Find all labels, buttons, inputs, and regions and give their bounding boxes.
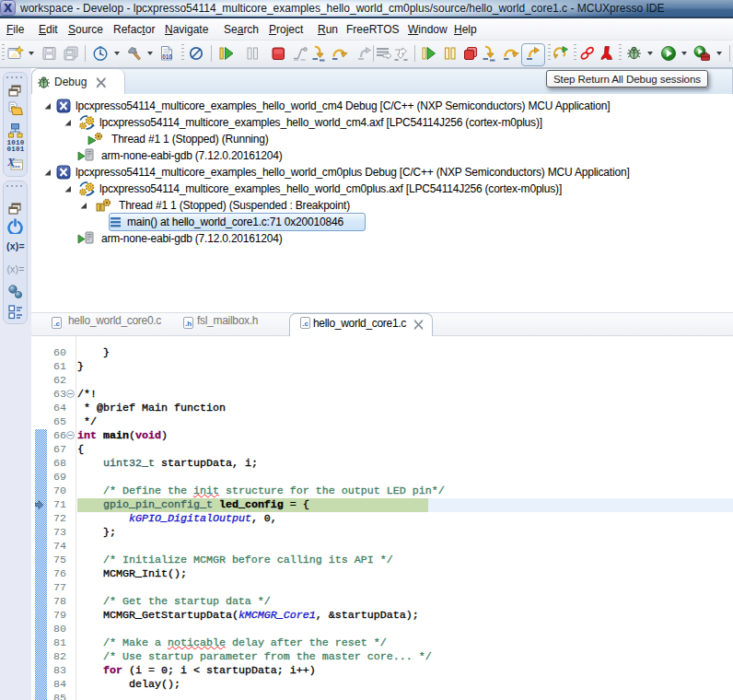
svg-text:010: 010 — [162, 53, 172, 60]
svg-text:X: X — [7, 156, 16, 169]
